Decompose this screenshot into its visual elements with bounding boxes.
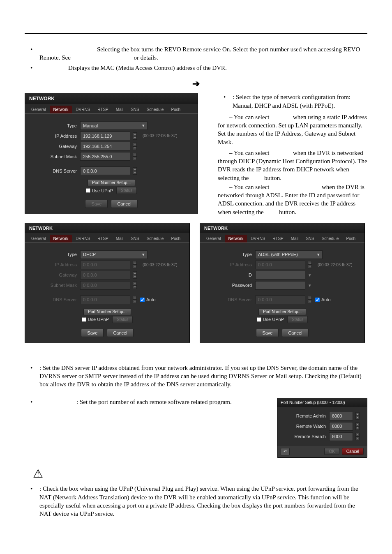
dialog-title: NETWORK: [200, 223, 364, 233]
arrow-icon: ➔: [25, 78, 367, 90]
back-button[interactable]: ↶: [281, 448, 290, 455]
auto-checkbox[interactable]: Auto: [140, 297, 156, 302]
tab-general[interactable]: General: [28, 235, 50, 242]
tab-bar: General Network DVRNS RTSP Mail SNS Sche…: [25, 233, 189, 242]
status-button[interactable]: Status: [116, 187, 137, 194]
label-ip: IP Address: [31, 134, 77, 138]
upnp-label: Use UPnP: [92, 188, 113, 193]
tab-dvrns[interactable]: DVRNS: [247, 235, 269, 242]
status-button[interactable]: Status: [112, 316, 133, 323]
port-setup-button[interactable]: Port Number Setup...: [83, 308, 131, 315]
pw-input[interactable]: [255, 281, 305, 290]
mask-input[interactable]: 255.255.255.0: [80, 152, 130, 161]
ip-input: 0.0.0.0: [255, 261, 305, 269]
tab-rtsp[interactable]: RTSP: [94, 235, 112, 242]
save-button[interactable]: Save: [81, 329, 104, 337]
ip-spinner[interactable]: ▴▾: [133, 132, 137, 140]
tab-mail[interactable]: Mail: [112, 106, 127, 113]
side-text: : Select the type of network configurati…: [218, 93, 367, 217]
dns-spinner[interactable]: ▴▾: [133, 167, 137, 175]
cancel-button[interactable]: Cancel: [282, 329, 308, 337]
tab-sns[interactable]: SNS: [127, 106, 143, 113]
label-remote-search: Remote Search: [281, 434, 326, 439]
save-button[interactable]: Save: [256, 329, 279, 337]
tab-schedule[interactable]: Schedule: [318, 235, 343, 242]
tab-push[interactable]: Push: [342, 235, 359, 242]
tab-push[interactable]: Push: [167, 106, 184, 113]
tab-network[interactable]: Network: [50, 106, 72, 113]
auto-checkbox[interactable]: Auto: [315, 297, 331, 302]
label-gw: Gateway: [31, 144, 77, 149]
tab-dvrns[interactable]: DVRNS: [72, 235, 94, 242]
cancel-button[interactable]: Cancel: [342, 448, 364, 455]
type-dropdown[interactable]: ADSL (with PPPoE): [255, 250, 323, 259]
id-input[interactable]: [255, 271, 305, 279]
label-remote-admin: Remote Admin: [281, 413, 326, 418]
para-manual: – You can select when using a static IP …: [218, 113, 367, 146]
tab-dvrns[interactable]: DVRNS: [72, 106, 94, 113]
spinner-icon[interactable]: ▴▾: [355, 433, 360, 440]
tab-network[interactable]: Network: [50, 235, 72, 242]
mask-input: 0.0.0.0: [80, 281, 130, 290]
text: : Check the box when using the UPnP (Uni…: [39, 485, 358, 517]
tab-schedule[interactable]: Schedule: [143, 235, 168, 242]
type-dropdown[interactable]: DHCP: [80, 250, 148, 259]
gw-input[interactable]: 192.168.1.254: [80, 142, 130, 150]
remote-watch-input[interactable]: 8000: [329, 422, 353, 431]
dns-input[interactable]: 0.0.0.0: [80, 166, 130, 175]
tab-mail[interactable]: Mail: [112, 235, 127, 242]
bullet-list-port: : Set the port number of each remote sof…: [25, 398, 265, 408]
tab-bar: General Network DVRNS RTSP Mail SNS Sche…: [25, 104, 198, 113]
text: : Set the port number of each remote sof…: [76, 399, 232, 405]
cancel-button[interactable]: Cancel: [107, 329, 133, 337]
warning-icon: ⚠: [25, 466, 367, 482]
bullet-list-1: Selecting the box turns the REVO Remote …: [25, 45, 367, 72]
tab-schedule[interactable]: Schedule: [143, 106, 168, 113]
spinner-icon[interactable]: ▴▾: [355, 422, 360, 430]
gw-spinner[interactable]: ▴▾: [133, 143, 137, 150]
tab-sns[interactable]: SNS: [302, 235, 318, 242]
port-setup-button[interactable]: Port Number Setup...: [88, 179, 135, 186]
spinner-icon: ▴▾: [308, 261, 312, 268]
tab-push[interactable]: Push: [167, 235, 184, 242]
tab-network[interactable]: Network: [225, 235, 247, 242]
bullet-list-3: : Check the box when using the UPnP (Uni…: [25, 485, 367, 518]
remote-search-input[interactable]: 8000: [329, 432, 353, 441]
spinner-icon[interactable]: ▴▾: [355, 412, 360, 420]
cancel-button[interactable]: Cancel: [111, 200, 137, 208]
mask-spinner[interactable]: ▴▾: [133, 153, 137, 160]
tab-rtsp[interactable]: RTSP: [94, 106, 112, 113]
text2: or details.: [134, 54, 158, 61]
tab-general[interactable]: General: [203, 235, 225, 242]
save-button[interactable]: Save: [85, 200, 108, 208]
ok-button[interactable]: OK: [324, 448, 339, 455]
bullet-dns: : Set the DNS server IP address obtained…: [25, 364, 367, 389]
label-id: ID: [206, 272, 252, 277]
ip-input[interactable]: 192.168.1.129: [80, 132, 130, 140]
type-dropdown[interactable]: Manual: [80, 121, 148, 130]
tab-rtsp[interactable]: RTSP: [269, 235, 287, 242]
label-type: Type: [31, 123, 77, 128]
spinner-icon: ▴▾: [133, 271, 137, 279]
status-button[interactable]: Status: [287, 316, 308, 323]
upnp-checkbox[interactable]: Use UPnP: [82, 316, 109, 323]
tab-sns[interactable]: SNS: [127, 235, 143, 242]
para-adsl: – You can select when the DVR is network…: [218, 183, 367, 216]
bullet-mac: Displays the MAC (Media Access Control) …: [25, 64, 367, 72]
tab-general[interactable]: General: [28, 106, 50, 113]
dialog-title: NETWORK: [25, 223, 189, 233]
spinner-icon: ▴▾: [133, 282, 137, 289]
label-dns: DNS Server: [31, 297, 77, 302]
spinner-icon: ▴▾: [133, 296, 137, 303]
text: : Select the type of network configurati…: [233, 94, 350, 108]
spinner-icon: ▴▾: [308, 296, 312, 303]
bullet-list-2: : Set the DNS server IP address obtained…: [25, 364, 367, 389]
upnp-checkbox[interactable]: Use UPnP: [86, 187, 113, 194]
tab-mail[interactable]: Mail: [287, 235, 302, 242]
bullet-type: : Select the type of network configurati…: [218, 93, 367, 110]
remote-admin-input[interactable]: 8000: [329, 412, 353, 420]
upnp-checkbox[interactable]: Use UPnP: [257, 316, 284, 323]
port-setup-button[interactable]: Port Number Setup...: [258, 308, 306, 315]
label-dns: DNS Server: [206, 297, 252, 302]
label-remote-watch: Remote Watch: [281, 424, 326, 429]
